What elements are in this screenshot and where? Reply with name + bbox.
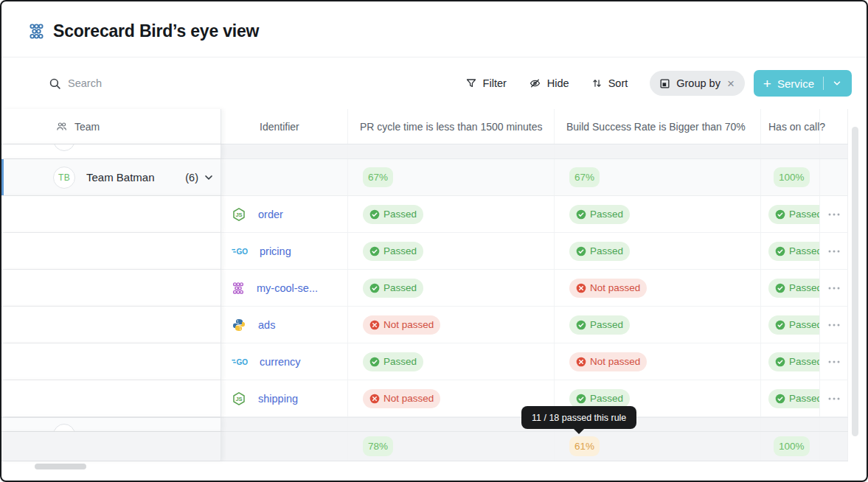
- partial-group-row-above[interactable]: [1, 144, 848, 159]
- eye-off-icon: [529, 77, 541, 89]
- sort-label: Sort: [608, 77, 628, 89]
- check-circle-icon: [576, 320, 586, 330]
- search-input[interactable]: [68, 77, 223, 89]
- entity-link[interactable]: my-cool-se...: [257, 282, 318, 294]
- cross-circle-icon: [369, 394, 380, 404]
- check-circle-icon: [775, 209, 785, 220]
- status-badge: Passed: [768, 315, 820, 335]
- column-header-pr-rule[interactable]: PR cycle time is less than 1500 minutes: [348, 109, 555, 144]
- row-actions-cell: [820, 270, 848, 306]
- go-icon: [232, 245, 248, 256]
- status-badge: Not passed: [569, 279, 647, 298]
- status-label: Not passed: [383, 319, 434, 330]
- status-label: Passed: [789, 393, 820, 404]
- column-header-team-label: Team: [74, 121, 100, 133]
- row-menu-button[interactable]: [828, 324, 840, 326]
- team-entity-count: (6): [185, 172, 198, 184]
- pct-badge-hovered[interactable]: 61%: [569, 436, 600, 456]
- ellipsis-icon: [828, 213, 840, 216]
- group-by-label: Group by: [676, 77, 721, 89]
- row-menu-button[interactable]: [828, 287, 840, 290]
- chevron-down-icon[interactable]: [832, 78, 842, 88]
- status-badge: Passed: [569, 315, 630, 335]
- collapse-chevron-icon[interactable]: [204, 172, 214, 183]
- build-rule-cell: Passed: [555, 196, 761, 232]
- status-badge: Passed: [768, 352, 820, 371]
- group-row-team-batman[interactable]: TB Team Batman (6) 67% 67% 100%: [1, 159, 848, 196]
- filter-button[interactable]: Filter: [465, 77, 507, 89]
- summary-cell: [221, 432, 348, 461]
- row-menu-button[interactable]: [828, 213, 840, 216]
- vertical-scrollbar[interactable]: [852, 127, 858, 436]
- nodejs-icon: [232, 207, 246, 222]
- status-badge: Not passed: [569, 352, 647, 371]
- row-menu-button[interactable]: [828, 250, 840, 253]
- sort-button[interactable]: Sort: [591, 77, 628, 89]
- check-circle-icon: [775, 394, 785, 404]
- row-actions-cell: [820, 196, 848, 232]
- status-badge: Passed: [569, 389, 630, 408]
- check-circle-icon: [369, 357, 380, 367]
- ellipsis-icon: [828, 397, 840, 400]
- team-cell: [1, 343, 221, 380]
- status-badge: Passed: [363, 205, 423, 224]
- summary-team-cell: [1, 432, 221, 461]
- status-badge: Not passed: [363, 389, 440, 408]
- team-cell: [1, 307, 221, 343]
- oncall-rule-cell: Passed: [761, 196, 820, 232]
- oncall-rule-cell: Passed: [761, 270, 820, 306]
- check-circle-icon: [576, 209, 586, 220]
- group-by-chip[interactable]: Group by ×: [650, 71, 745, 96]
- partial-cell: [221, 418, 348, 431]
- status-label: Passed: [789, 245, 820, 256]
- cross-circle-icon: [369, 320, 380, 330]
- add-service-button[interactable]: + Service: [754, 70, 852, 97]
- status-label: Passed: [383, 282, 417, 293]
- status-badge: Passed: [363, 352, 423, 371]
- pr-rule-cell: Passed: [348, 270, 555, 306]
- build-rule-cell: Passed: [555, 307, 761, 343]
- identifier-cell: ads: [221, 307, 348, 343]
- status-label: Passed: [383, 209, 417, 220]
- row-menu-button[interactable]: [828, 397, 840, 400]
- partial-group-row-below[interactable]: [1, 417, 848, 432]
- table-row-my-cool-service: my-cool-se... Passed Not passed Passed: [1, 270, 848, 307]
- status-label: Passed: [789, 356, 820, 367]
- column-header-build-rule[interactable]: Build Success Rate is Bigger than 70%: [555, 109, 761, 144]
- pr-rule-cell: Passed: [348, 343, 555, 380]
- entity-link[interactable]: ads: [258, 319, 275, 331]
- hide-button[interactable]: Hide: [529, 77, 569, 89]
- group-by-remove-icon[interactable]: ×: [726, 77, 735, 90]
- filter-icon: [465, 77, 477, 89]
- oncall-rule-cell: Passed: [761, 233, 820, 269]
- entity-link[interactable]: shipping: [258, 393, 298, 405]
- group-build-summary-cell: 67%: [555, 159, 761, 195]
- summary-oncall-cell: 100%: [761, 432, 820, 461]
- oncall-rule-cell: Passed: [761, 343, 820, 380]
- row-menu-button[interactable]: [828, 360, 840, 363]
- status-badge: Passed: [363, 242, 423, 261]
- partial-cell: [820, 144, 848, 158]
- group-team-cell[interactable]: TB Team Batman (6): [1, 159, 221, 195]
- status-badge: Passed: [768, 205, 820, 224]
- team-cell: [1, 233, 221, 269]
- oncall-rule-cell: Passed: [761, 380, 820, 416]
- toolbar-actions: Filter Hide Sort Group by × + Service: [465, 70, 852, 97]
- table-row-order: order Passed Passed Passed: [1, 196, 848, 233]
- entity-link[interactable]: pricing: [260, 245, 291, 257]
- column-header-identifier[interactable]: Identifier: [221, 109, 348, 144]
- entity-link[interactable]: currency: [260, 356, 301, 368]
- team-cell: [1, 380, 221, 416]
- column-header-oncall-rule[interactable]: Has on call?: [761, 109, 820, 144]
- check-circle-icon: [775, 246, 785, 256]
- status-label: Not passed: [590, 356, 640, 367]
- partial-cell: [761, 144, 820, 158]
- page-header: Scorecard Bird’s eye view: [1, 1, 867, 57]
- status-label: Passed: [383, 356, 417, 367]
- status-badge: Passed: [569, 205, 630, 224]
- partial-cell: [820, 418, 848, 431]
- horizontal-scrollbar[interactable]: [35, 464, 86, 469]
- search-box[interactable]: [49, 77, 223, 90]
- entity-link[interactable]: order: [258, 209, 283, 220]
- column-header-team[interactable]: Team: [1, 109, 221, 144]
